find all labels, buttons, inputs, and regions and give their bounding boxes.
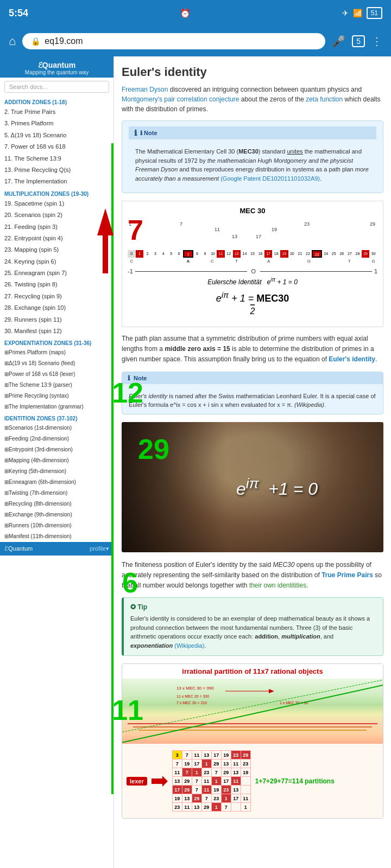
svg-text:7: 7 [180,221,182,227]
footer-profile[interactable]: profile▾ [90,545,109,552]
sidebar-item-keyring-5d[interactable]: ⊞Keyring (5th-dimension) [0,466,113,477]
sidebar-item-primes-maps[interactable]: ⊞Primes Platform (maps) [0,347,113,358]
chart-title: irrational partition of 11x7 rational ob… [122,664,383,679]
search-box[interactable]: Search docs... [4,81,109,93]
sidebar-item-enneagram-6d[interactable]: ⊞Enneagram (6th-dimension) [0,477,113,488]
sidebar-item-primes-platform[interactable]: 3. Primes Platform [0,118,113,129]
svg-line-15 [122,685,383,743]
note-box-2: ℹ Note Euler's identity is named after t… [122,372,383,414]
sidebar-item-entrypoint-3d[interactable]: ⊞Entrypoint (3rd-dimension) [0,444,113,455]
svg-marker-17 [152,776,168,787]
montgomery-link[interactable]: Montgomery's pair correlation conjecture [122,95,239,103]
note1-body: The Mathematical Elementary Cell 30 (MEC… [129,143,376,187]
annotation-6: 6 [122,566,138,599]
sidebar-item-impl-grammar[interactable]: ⊞The Implementation (grammar) [0,401,113,412]
sidebar-item-delta-feed[interactable]: ⊞Δ(19 vs 18) Scenario (feed) [0,358,113,369]
body-text-1: The path plan assume that a symmetric di… [122,334,383,365]
home-button[interactable]: ⌂ [9,34,16,48]
sidebar-item-scenarios-1d[interactable]: ⊞Scenarios (1st-dimension) [0,423,113,433]
more-button[interactable]: ⋮ [371,35,382,48]
footer-logo: ℰQuantum [4,545,33,552]
intro-text: Freeman Dyson discovered an intriguing c… [122,85,383,114]
sidebar-item-delta-scenario[interactable]: 5. Δ(19 vs 18) Scenario [0,130,113,141]
annotation-12: 12 [112,376,143,409]
intro-text-2: about the zeros of the [241,95,306,103]
euler-identity-link-1[interactable]: Euler's identity [329,355,375,363]
section-exponentiation: EXPONENTIATION ZONES (31-36) [0,337,113,347]
svg-line-16 [122,680,383,732]
note2-header: ℹ Note [122,372,383,384]
note2-text: Euler's identity is named after the Swis… [129,392,376,410]
eulersche-label: Eulersche Identität eiπ + 1 = 0 [128,277,377,286]
note1-text: The Mathematical Elementary Cell 30 (MEC… [135,147,370,183]
true-prime-pairs-link[interactable]: True Prime Pairs [321,571,373,579]
mec30-diagram: MEC 30 1 29 7 11 13 [122,201,383,327]
red-arrow-annotation [94,208,116,275]
alarm-icon: ⏰ [180,8,191,18]
sidebar-item-recycling[interactable]: 27. Recycling (spin 9) [0,291,113,302]
sidebar-item-manifest-11d[interactable]: ⊞Manifest (11th-dimension) [0,531,113,542]
own-identities-link[interactable]: their own identitities [249,582,306,589]
status-icons: ✈ 📶 51 [342,7,382,19]
section-identition: IDENTITION ZONES (37-102) [0,412,113,423]
sidebar-footer: ℰQuantum profile▾ [0,542,113,556]
tabs-button[interactable]: 5 [352,35,365,47]
annotation-11: 11 [112,694,143,726]
section-multiplication: MULTIPLICATION ZONES (19-30) [0,188,113,198]
mic-button[interactable]: 🎤 [332,35,345,48]
airplane-icon: ✈ [342,9,349,17]
mec30-svg: 1 29 7 11 13 17 19 23 [128,219,377,249]
sidebar: ℰQuantum Mapping the quantum way Search … [0,56,114,868]
sidebar-item-exchange[interactable]: 28. Exchange (spin 10) [0,302,113,314]
wifi-icon: 📶 [353,9,362,17]
sidebar-item-power-lexer[interactable]: ⊞Power of 168 vs 618 (lexer) [0,369,113,380]
sidebar-item-exchange-9d[interactable]: ⊞Exchange (9th-dimension) [0,509,113,520]
chart-diagonal-svg [122,679,383,744]
url-text: eq19.com [45,36,83,46]
sidebar-item-true-prime-pairs[interactable]: 2. True Prime Pairs [0,106,113,118]
section-addition: ADDITION ZONES (1-18) [0,96,113,106]
sidebar-item-mapping-4d[interactable]: ⊞Mapping (4th-dimension) [0,455,113,466]
partition-text: 1+7+29+77=114 partitions [255,777,335,785]
sidebar-item-feeding-2d[interactable]: ⊞Feeding (2nd-dimension) [0,433,113,444]
sidebar-header: ℰQuantum Mapping the quantum way [0,56,113,78]
svg-text:29: 29 [370,221,375,227]
chart-bars-area: 13 x MEC 30 = 390 11 x MEC 20 = 330 7 x … [122,679,383,744]
svg-text:11: 11 [215,227,220,232]
note1-header: ℹ ℹ Note [129,126,376,139]
lexer-label: lexer [127,777,147,786]
sidebar-item-scheme[interactable]: 11. The Scheme 13:9 [0,153,113,164]
chart-section: irrational partition of 11x7 rational ob… [122,663,383,819]
mec30-line: 1 29 7 11 13 17 19 23 [128,219,377,264]
svg-text:23: 23 [304,221,310,227]
main-layout: ℰQuantum Mapping the quantum way Search … [0,56,391,868]
svg-text:13: 13 [232,234,237,239]
freeman-dyson-link[interactable]: Freeman Dyson [122,86,168,93]
sidebar-item-prime-recycling[interactable]: 13. Prime Recycling Q(s) [0,164,113,176]
annotation-7: 7 [128,214,143,246]
sidebar-item-recycling-syntax[interactable]: ⊞Prime Recycling (syntax) [0,391,113,401]
sidebar-item-recycling-8d[interactable]: ⊞Recycling (8th-dimension) [0,499,113,509]
sidebar-item-runners[interactable]: 29. Runners (spin 11) [0,314,113,326]
page-title: Euler's identity [122,65,383,79]
body-text-2: The finiteness position of Euler's ident… [122,560,383,591]
sidebar-item-twisting[interactable]: 26. Twisting (spin 8) [0,279,113,290]
svg-text:17: 17 [256,234,261,239]
portrait-number: 29 [138,433,169,465]
note-box-1: ℹ ℹ Note The Mathematical Elementary Cel… [122,120,383,193]
battery-indicator: 51 [367,7,382,19]
sidebar-tagline: Mapping the quantum way [2,69,111,75]
url-bar[interactable]: 🔒 eq19.com [22,33,325,49]
sidebar-item-implementation[interactable]: 17. The Implementation [0,176,113,187]
sidebar-item-manifest[interactable]: 30. Manifest (spin 12) [0,326,113,337]
svg-marker-0 [97,208,113,273]
main-content: Euler's identity Freeman Dyson discovere… [114,56,391,868]
sidebar-item-twisting-7d[interactable]: ⊞Twisting (7th-dimension) [0,488,113,499]
sidebar-item-scheme-parser[interactable]: ⊞The Scheme 13:9 (parser) [0,380,113,391]
sidebar-item-spacetime[interactable]: 19. Spacetime (spin 1) [0,198,113,209]
tip-header: ✪ Tip [130,603,376,611]
zeta-link[interactable]: zeta function [306,95,343,103]
status-bar: 5:54 ⏰ ✈ 📶 51 [0,0,391,26]
sidebar-item-runners-10d[interactable]: ⊞Runners (10th-dimension) [0,520,113,531]
sidebar-item-power-168[interactable]: 7. Power of 168 vs 618 [0,141,113,152]
